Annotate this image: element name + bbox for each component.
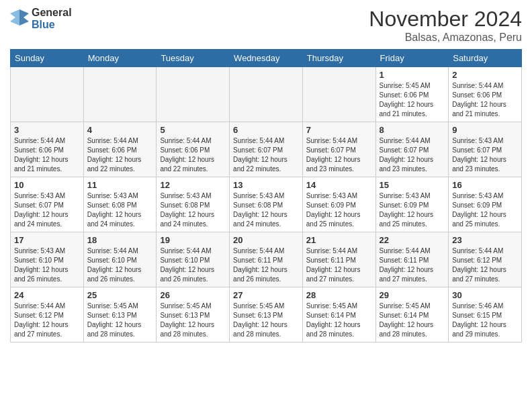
weekday-header-wednesday: Wednesday [230, 50, 303, 67]
day-number: 29 [380, 290, 445, 300]
calendar-cell: 19Sunrise: 5:44 AMSunset: 6:10 PMDayligh… [157, 232, 230, 287]
day-number: 11 [87, 180, 153, 190]
calendar-cell: 18Sunrise: 5:44 AMSunset: 6:10 PMDayligh… [83, 232, 157, 287]
day-number: 21 [306, 235, 372, 245]
weekday-header-row: SundayMondayTuesdayWednesdayThursdayFrid… [11, 50, 522, 67]
calendar-table: SundayMondayTuesdayWednesdayThursdayFrid… [10, 49, 522, 342]
day-info: Sunrise: 5:44 AMSunset: 6:12 PMDaylight:… [452, 246, 518, 284]
day-info: Sunrise: 5:43 AMSunset: 6:10 PMDaylight:… [14, 246, 80, 284]
day-number: 13 [233, 180, 299, 190]
day-info: Sunrise: 5:44 AMSunset: 6:07 PMDaylight:… [306, 136, 372, 174]
calendar-cell [157, 67, 230, 122]
month-title: November 2024 [369, 7, 522, 32]
location: Balsas, Amazonas, Peru [369, 32, 522, 44]
day-number: 3 [14, 125, 80, 135]
day-info: Sunrise: 5:44 AMSunset: 6:06 PMDaylight:… [14, 136, 80, 174]
logo-text: General Blue [32, 7, 72, 30]
calendar-cell: 7Sunrise: 5:44 AMSunset: 6:07 PMDaylight… [302, 122, 375, 177]
calendar-cell: 22Sunrise: 5:44 AMSunset: 6:11 PMDayligh… [375, 232, 449, 287]
day-info: Sunrise: 5:45 AMSunset: 6:06 PMDaylight:… [380, 81, 445, 119]
calendar-cell: 2Sunrise: 5:44 AMSunset: 6:06 PMDaylight… [449, 67, 522, 122]
calendar-cell: 6Sunrise: 5:44 AMSunset: 6:07 PMDaylight… [230, 122, 303, 177]
calendar-cell: 3Sunrise: 5:44 AMSunset: 6:06 PMDaylight… [11, 122, 84, 177]
calendar-cell: 12Sunrise: 5:43 AMSunset: 6:08 PMDayligh… [157, 177, 230, 232]
day-number: 26 [160, 290, 226, 300]
day-number: 23 [452, 235, 518, 245]
day-info: Sunrise: 5:43 AMSunset: 6:08 PMDaylight:… [233, 191, 299, 229]
day-number: 25 [87, 290, 153, 300]
day-info: Sunrise: 5:45 AMSunset: 6:14 PMDaylight:… [380, 302, 445, 339]
calendar-cell: 29Sunrise: 5:45 AMSunset: 6:14 PMDayligh… [375, 287, 449, 342]
calendar-cell: 24Sunrise: 5:44 AMSunset: 6:12 PMDayligh… [11, 287, 84, 342]
day-number: 16 [452, 180, 518, 190]
day-info: Sunrise: 5:43 AMSunset: 6:08 PMDaylight:… [160, 191, 226, 229]
day-info: Sunrise: 5:45 AMSunset: 6:13 PMDaylight:… [160, 302, 226, 339]
svg-marker-1 [10, 9, 19, 26]
calendar-cell: 30Sunrise: 5:46 AMSunset: 6:15 PMDayligh… [449, 287, 522, 342]
title-block: November 2024 Balsas, Amazonas, Peru [369, 7, 522, 44]
day-number: 19 [160, 235, 226, 245]
logo-general: General [32, 7, 72, 19]
weekday-header-sunday: Sunday [11, 50, 84, 67]
day-info: Sunrise: 5:45 AMSunset: 6:13 PMDaylight:… [87, 302, 153, 339]
week-row-3: 10Sunrise: 5:43 AMSunset: 6:07 PMDayligh… [11, 177, 522, 232]
day-info: Sunrise: 5:44 AMSunset: 6:06 PMDaylight:… [87, 136, 153, 174]
day-info: Sunrise: 5:44 AMSunset: 6:06 PMDaylight:… [452, 81, 518, 119]
calendar-cell: 9Sunrise: 5:43 AMSunset: 6:07 PMDaylight… [449, 122, 522, 177]
calendar-cell: 13Sunrise: 5:43 AMSunset: 6:08 PMDayligh… [230, 177, 303, 232]
calendar-cell: 25Sunrise: 5:45 AMSunset: 6:13 PMDayligh… [83, 287, 157, 342]
calendar-cell: 20Sunrise: 5:44 AMSunset: 6:11 PMDayligh… [230, 232, 303, 287]
logo-blue: Blue [32, 19, 72, 31]
calendar-cell: 17Sunrise: 5:43 AMSunset: 6:10 PMDayligh… [11, 232, 84, 287]
calendar-cell: 26Sunrise: 5:45 AMSunset: 6:13 PMDayligh… [157, 287, 230, 342]
calendar-cell: 4Sunrise: 5:44 AMSunset: 6:06 PMDaylight… [83, 122, 157, 177]
day-number: 20 [233, 235, 299, 245]
calendar-cell: 23Sunrise: 5:44 AMSunset: 6:12 PMDayligh… [449, 232, 522, 287]
calendar-cell: 5Sunrise: 5:44 AMSunset: 6:06 PMDaylight… [157, 122, 230, 177]
calendar-cell: 10Sunrise: 5:43 AMSunset: 6:07 PMDayligh… [11, 177, 84, 232]
day-number: 22 [380, 235, 445, 245]
day-info: Sunrise: 5:46 AMSunset: 6:15 PMDaylight:… [452, 302, 518, 339]
day-info: Sunrise: 5:44 AMSunset: 6:11 PMDaylight:… [306, 246, 372, 284]
svg-marker-0 [19, 9, 29, 26]
weekday-header-tuesday: Tuesday [157, 50, 230, 67]
calendar-cell: 8Sunrise: 5:44 AMSunset: 6:07 PMDaylight… [375, 122, 449, 177]
day-number: 4 [87, 125, 153, 135]
logo: General Blue [10, 7, 72, 30]
day-info: Sunrise: 5:43 AMSunset: 6:09 PMDaylight:… [380, 191, 445, 229]
day-info: Sunrise: 5:44 AMSunset: 6:06 PMDaylight:… [160, 136, 226, 174]
calendar-cell: 15Sunrise: 5:43 AMSunset: 6:09 PMDayligh… [375, 177, 449, 232]
day-number: 8 [380, 125, 445, 135]
logo-bird-icon [10, 8, 29, 30]
day-info: Sunrise: 5:43 AMSunset: 6:07 PMDaylight:… [452, 136, 518, 174]
day-info: Sunrise: 5:44 AMSunset: 6:12 PMDaylight:… [14, 302, 80, 339]
day-number: 5 [160, 125, 226, 135]
week-row-5: 24Sunrise: 5:44 AMSunset: 6:12 PMDayligh… [11, 287, 522, 342]
weekday-header-thursday: Thursday [302, 50, 375, 67]
calendar-cell: 27Sunrise: 5:45 AMSunset: 6:13 PMDayligh… [230, 287, 303, 342]
day-number: 7 [306, 125, 372, 135]
calendar-cell: 16Sunrise: 5:43 AMSunset: 6:09 PMDayligh… [449, 177, 522, 232]
day-number: 17 [14, 235, 80, 245]
week-row-4: 17Sunrise: 5:43 AMSunset: 6:10 PMDayligh… [11, 232, 522, 287]
day-number: 12 [160, 180, 226, 190]
calendar-cell: 1Sunrise: 5:45 AMSunset: 6:06 PMDaylight… [375, 67, 449, 122]
calendar-cell [302, 67, 375, 122]
week-row-1: 1Sunrise: 5:45 AMSunset: 6:06 PMDaylight… [11, 67, 522, 122]
day-number: 18 [87, 235, 153, 245]
calendar-cell: 14Sunrise: 5:43 AMSunset: 6:09 PMDayligh… [302, 177, 375, 232]
calendar-cell: 11Sunrise: 5:43 AMSunset: 6:08 PMDayligh… [83, 177, 157, 232]
day-number: 14 [306, 180, 372, 190]
weekday-header-friday: Friday [375, 50, 449, 67]
calendar-cell [83, 67, 157, 122]
day-number: 1 [380, 70, 445, 80]
day-info: Sunrise: 5:44 AMSunset: 6:10 PMDaylight:… [87, 246, 153, 284]
day-info: Sunrise: 5:45 AMSunset: 6:14 PMDaylight:… [306, 302, 372, 339]
day-number: 24 [14, 290, 80, 300]
day-info: Sunrise: 5:43 AMSunset: 6:07 PMDaylight:… [14, 191, 80, 229]
header: General Blue November 2024 Balsas, Amazo… [10, 7, 522, 44]
day-number: 30 [452, 290, 518, 300]
day-number: 28 [306, 290, 372, 300]
day-number: 2 [452, 70, 518, 80]
day-info: Sunrise: 5:43 AMSunset: 6:08 PMDaylight:… [87, 191, 153, 229]
